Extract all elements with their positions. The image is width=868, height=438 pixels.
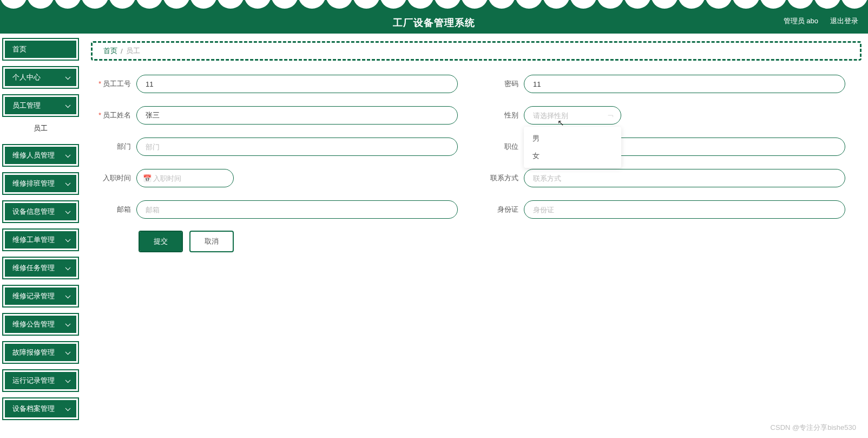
label-hire-date: 入职时间 xyxy=(103,174,131,182)
breadcrumb-current: 员工 xyxy=(126,46,140,56)
password-input[interactable] xyxy=(524,75,845,93)
calendar-icon: 📅 xyxy=(143,174,152,182)
chevron-down-icon: ﹁ xyxy=(608,111,614,119)
sidebar-item-6[interactable]: 维修工单管理 xyxy=(3,230,78,250)
gender-option-female[interactable]: 女 xyxy=(524,147,621,165)
sidebar-item-8[interactable]: 维修记录管理 xyxy=(3,286,78,306)
sidebar: 首页个人中心员工管理员工维修人员管理维修排班管理设备信息管理维修工单管理维修任务… xyxy=(0,34,81,438)
cancel-button[interactable]: 取消 xyxy=(190,232,233,251)
logout-link[interactable]: 退出登录 xyxy=(830,16,858,26)
breadcrumb: 首页 / 员工 xyxy=(91,41,862,61)
sidebar-item-0[interactable]: 首页 xyxy=(3,39,78,60)
label-emp-name: 员工姓名 xyxy=(103,111,131,119)
sidebar-item-3[interactable]: 维修人员管理 xyxy=(3,145,78,166)
sidebar-item-10[interactable]: 故障报修管理 xyxy=(3,342,78,363)
current-user[interactable]: 管理员 abo xyxy=(784,16,818,26)
sidebar-item-11[interactable]: 运行记录管理 xyxy=(3,370,78,391)
app-header: 工厂设备管理系统 管理员 abo 退出登录 xyxy=(0,0,868,34)
sidebar-item-5[interactable]: 设备信息管理 xyxy=(3,201,78,222)
label-dept: 部门 xyxy=(117,142,131,151)
sidebar-item-9[interactable]: 维修公告管理 xyxy=(3,314,78,335)
watermark: CSDN @专注分享bishe530 xyxy=(771,423,856,433)
gender-select[interactable] xyxy=(524,106,621,125)
contact-input[interactable] xyxy=(524,169,845,187)
sidebar-item-12[interactable]: 设备档案管理 xyxy=(3,398,78,419)
sidebar-subitem-employee[interactable]: 员工 xyxy=(3,119,78,138)
label-emp-id: 员工工号 xyxy=(103,80,131,88)
breadcrumb-separator: / xyxy=(121,47,123,55)
emp-name-input[interactable] xyxy=(136,106,458,125)
label-position: 职位 xyxy=(504,142,518,151)
sidebar-item-2[interactable]: 员工管理 xyxy=(3,95,78,116)
breadcrumb-home[interactable]: 首页 xyxy=(103,46,117,56)
sidebar-item-4[interactable]: 维修排班管理 xyxy=(3,173,78,194)
main-content: 首页 / 员工 *员工工号 *员工姓名 部门 入职时间 xyxy=(81,34,868,438)
dept-input[interactable] xyxy=(136,138,458,156)
gender-dropdown: 男 女 xyxy=(524,127,621,168)
sidebar-item-1[interactable]: 个人中心 xyxy=(3,67,78,88)
submit-button[interactable]: 提交 xyxy=(140,232,182,251)
label-id-card: 身份证 xyxy=(497,205,518,213)
header-scallops xyxy=(0,0,868,9)
label-password: 密码 xyxy=(504,80,518,88)
sidebar-item-7[interactable]: 维修任务管理 xyxy=(3,258,78,278)
label-email: 邮箱 xyxy=(117,205,131,213)
email-input[interactable] xyxy=(136,200,458,219)
emp-id-input[interactable] xyxy=(136,75,458,93)
label-contact: 联系方式 xyxy=(490,174,518,182)
gender-option-male[interactable]: 男 xyxy=(524,130,621,147)
id-card-input[interactable] xyxy=(524,200,845,219)
label-gender: 性别 xyxy=(504,111,518,119)
